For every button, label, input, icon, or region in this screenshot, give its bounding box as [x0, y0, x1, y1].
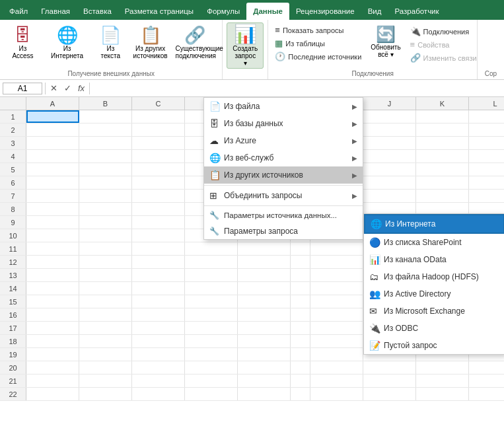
cell-J4[interactable]	[363, 150, 416, 162]
cell-L1[interactable]	[469, 110, 504, 123]
cell-B7[interactable]	[79, 190, 132, 202]
cell-A17[interactable]	[26, 322, 79, 334]
existing-connections-button[interactable]: 🔗 Существующиеподключения	[172, 24, 219, 62]
cell-I12[interactable]	[310, 256, 363, 268]
show-queries-button[interactable]: ≡ Показать запросы	[272, 24, 364, 36]
cell-C12[interactable]	[132, 256, 185, 268]
cell-E17[interactable]	[238, 322, 291, 334]
cell-K20[interactable]	[416, 361, 469, 374]
menu-item-from-file[interactable]: 📄 Из файла ▶	[204, 98, 363, 115]
cell-C16[interactable]	[132, 308, 185, 321]
cell-A10[interactable]	[26, 229, 79, 242]
cell-K22[interactable]	[416, 388, 469, 400]
menu-item-from-db[interactable]: 🗄 Из базы данных ▶	[204, 115, 363, 132]
cell-I16[interactable]	[310, 308, 363, 321]
cell-C6[interactable]	[132, 176, 185, 189]
cell-E12[interactable]	[238, 256, 291, 268]
cell-B2[interactable]	[79, 124, 132, 136]
cell-D14[interactable]	[185, 282, 238, 295]
menu-item-from-azure[interactable]: ☁ Из Azure ▶	[204, 132, 363, 149]
cell-J20[interactable]	[363, 361, 416, 374]
cell-D11[interactable]	[185, 242, 238, 255]
cancel-icon[interactable]: ✕	[48, 83, 59, 93]
cell-A16[interactable]	[26, 308, 79, 321]
cell-J1[interactable]	[363, 110, 416, 123]
cell-C14[interactable]	[132, 282, 185, 295]
cell-K5[interactable]	[416, 163, 469, 176]
cell-J22[interactable]	[363, 388, 416, 400]
cell-L4[interactable]	[469, 150, 504, 162]
menu-item-combine[interactable]: ⊞ Объединить запросы ▶	[204, 187, 363, 204]
cell-D16[interactable]	[185, 308, 238, 321]
cell-J6[interactable]	[363, 176, 416, 189]
cell-L20[interactable]	[469, 361, 504, 374]
cell-C19[interactable]	[132, 348, 185, 361]
cell-I18[interactable]	[310, 335, 363, 347]
col-header-a[interactable]: A	[26, 97, 79, 110]
col-header-l[interactable]: L	[469, 97, 504, 110]
cell-A12[interactable]	[26, 256, 79, 268]
cell-C21[interactable]	[132, 375, 185, 387]
cell-B6[interactable]	[79, 176, 132, 189]
cell-A20[interactable]	[26, 361, 79, 374]
cell-A5[interactable]	[26, 163, 79, 176]
menu-item-blank-query[interactable]: 📝 Пустой запрос	[364, 337, 504, 354]
col-header-k[interactable]: K	[416, 97, 469, 110]
cell-E15[interactable]	[238, 295, 291, 308]
cell-A18[interactable]	[26, 335, 79, 347]
cell-A3[interactable]	[26, 137, 79, 149]
cell-L7[interactable]	[469, 190, 504, 202]
cell-D21[interactable]	[185, 375, 238, 387]
cell-B20[interactable]	[79, 361, 132, 374]
tab-home[interactable]: Главная	[34, 3, 77, 20]
menu-item-from-odata[interactable]: 📊 Из канала OData	[364, 251, 504, 268]
cell-A15[interactable]	[26, 295, 79, 308]
cell-B1[interactable]	[79, 110, 132, 123]
tab-formulas[interactable]: Формулы	[200, 3, 246, 20]
refresh-all-button[interactable]: 🔄 Обновитьвсё ▾	[367, 24, 404, 61]
menu-item-from-internet[interactable]: 🌐 Из Интернета	[364, 214, 504, 234]
cell-B18[interactable]	[79, 335, 132, 347]
cell-B13[interactable]	[79, 269, 132, 281]
cell-L21[interactable]	[469, 375, 504, 387]
cell-C8[interactable]	[132, 203, 185, 215]
cell-A2[interactable]	[26, 124, 79, 136]
cell-L3[interactable]	[469, 137, 504, 149]
cell-C4[interactable]	[132, 150, 185, 162]
tab-page-layout[interactable]: Разметка страницы	[118, 3, 200, 20]
cell-B16[interactable]	[79, 308, 132, 321]
cell-K21[interactable]	[416, 375, 469, 387]
cell-I21[interactable]	[310, 375, 363, 387]
cell-D17[interactable]	[185, 322, 238, 334]
cell-J3[interactable]	[363, 137, 416, 149]
cell-B10[interactable]	[79, 229, 132, 242]
cell-K3[interactable]	[416, 137, 469, 149]
cell-B21[interactable]	[79, 375, 132, 387]
cell-B4[interactable]	[79, 150, 132, 162]
tab-file[interactable]: Файл	[3, 3, 34, 20]
cell-E16[interactable]	[238, 308, 291, 321]
cell-C13[interactable]	[132, 269, 185, 281]
menu-item-query-params[interactable]: 🔧 Параметры запроса	[204, 223, 363, 239]
cell-D19[interactable]	[185, 348, 238, 361]
menu-item-from-sharepoint[interactable]: 🔵 Из списка SharePoint	[364, 234, 504, 251]
function-icon[interactable]: fx	[76, 83, 87, 93]
menu-item-from-odbc[interactable]: 🔌 Из ODBC	[364, 320, 504, 337]
cell-reference-input[interactable]	[3, 83, 42, 94]
cell-C10[interactable]	[132, 229, 185, 242]
cell-B11[interactable]	[79, 242, 132, 255]
connections-button[interactable]: 🔌 Подключения	[408, 25, 480, 38]
cell-D15[interactable]	[185, 295, 238, 308]
cell-L22[interactable]	[469, 388, 504, 400]
cell-A22[interactable]	[26, 388, 79, 400]
cell-B17[interactable]	[79, 322, 132, 334]
cell-C3[interactable]	[132, 137, 185, 149]
tab-view[interactable]: Вид	[361, 3, 388, 20]
col-header-c[interactable]: C	[132, 97, 185, 110]
from-text-button[interactable]: 📄 Из текста	[92, 24, 128, 62]
cell-I20[interactable]	[310, 361, 363, 374]
col-header-b[interactable]: B	[79, 97, 132, 110]
recent-sources-button[interactable]: 🕐 Последние источники	[272, 50, 364, 63]
cell-B9[interactable]	[79, 216, 132, 229]
cell-C17[interactable]	[132, 322, 185, 334]
